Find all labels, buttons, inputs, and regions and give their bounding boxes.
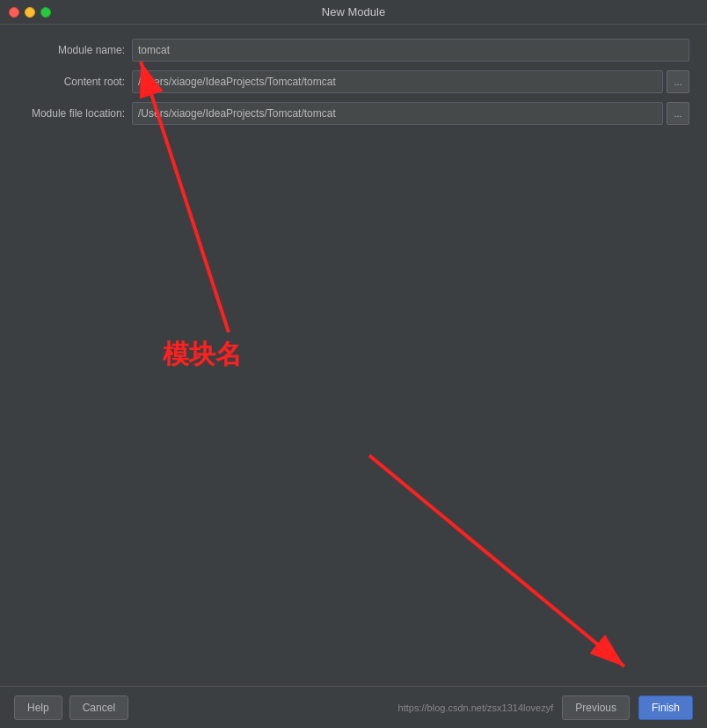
content-root-field-wrapper: ... — [132, 70, 689, 93]
module-name-field-wrapper — [132, 39, 689, 62]
module-file-browse-button[interactable]: ... — [667, 102, 689, 125]
svg-line-3 — [369, 455, 624, 666]
module-file-field-wrapper: ... — [132, 102, 689, 125]
cancel-button[interactable]: Cancel — [69, 695, 128, 720]
window-title: New Module — [322, 5, 385, 18]
module-name-row: Module name: — [18, 39, 689, 62]
finish-button[interactable]: Finish — [638, 695, 693, 720]
url-text: https://blog.csdn.net/zsx1314lovezyf — [398, 703, 554, 713]
content-root-label: Content root: — [18, 76, 132, 88]
title-bar: New Module — [0, 0, 707, 25]
content-root-browse-button[interactable]: ... — [667, 70, 689, 93]
content-root-input[interactable] — [132, 70, 663, 93]
module-name-input[interactable] — [132, 39, 689, 62]
module-file-location-row: Module file location: ... — [18, 102, 689, 125]
bottom-left-actions: Help Cancel — [14, 695, 128, 720]
maximize-button[interactable] — [40, 7, 51, 18]
module-file-location-label: Module file location: — [18, 107, 132, 120]
bottom-bar: Help Cancel https://blog.csdn.net/zsx131… — [0, 686, 707, 728]
module-file-location-input[interactable] — [132, 102, 663, 125]
close-button[interactable] — [9, 7, 19, 18]
dialog-body: Module name: Content root: ... Module fi… — [0, 25, 707, 686]
module-name-label: Module name: — [18, 44, 132, 56]
help-button[interactable]: Help — [14, 695, 62, 720]
content-root-row: Content root: ... — [18, 70, 689, 93]
window-controls[interactable] — [9, 7, 51, 18]
minimize-button[interactable] — [25, 7, 35, 18]
bottom-right-actions: https://blog.csdn.net/zsx1314lovezyf Pre… — [398, 695, 693, 720]
annotation-chinese-text: 模块名 — [163, 337, 242, 373]
previous-button[interactable]: Previous — [562, 695, 630, 720]
